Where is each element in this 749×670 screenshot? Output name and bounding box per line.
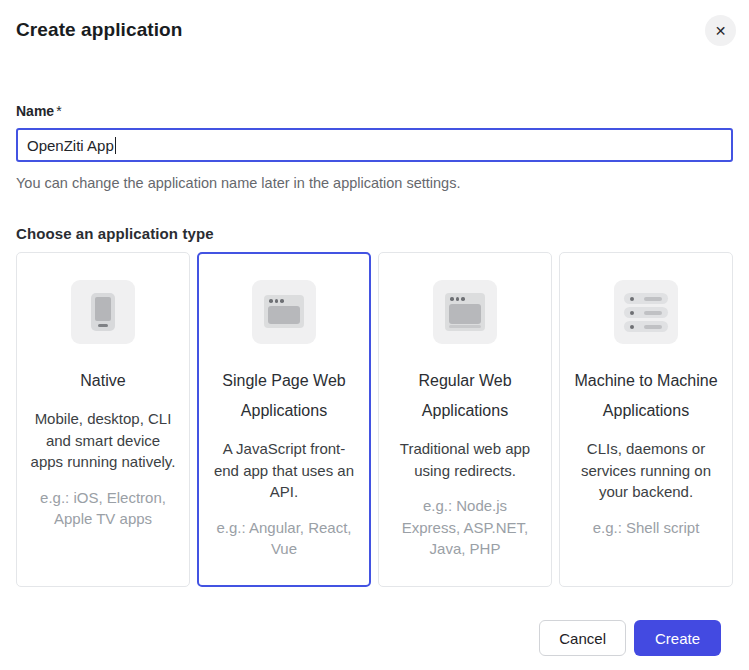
card-examples: e.g.: iOS, Electron, Apple TV apps (30, 487, 176, 530)
browser-window-icon (252, 280, 316, 344)
card-description: Mobile, desktop, CLI and smart device ap… (30, 408, 176, 473)
card-title: Regular Web Applications (392, 366, 538, 426)
card-examples: e.g.: Node.js Express, ASP.NET, Java, PH… (392, 495, 538, 560)
mobile-phone-icon (71, 280, 135, 344)
dialog-header: Create application ✕ (0, 0, 749, 46)
close-button[interactable]: ✕ (705, 15, 736, 46)
server-window-icon (433, 280, 497, 344)
card-examples: e.g.: Angular, React, Vue (211, 517, 357, 560)
dialog-content: Name* OpenZiti App You can change the ap… (0, 103, 749, 656)
dialog-footer: Cancel Create (16, 620, 733, 656)
card-regular-web[interactable]: Regular Web Applications Traditional web… (378, 252, 552, 587)
application-name-value: OpenZiti App (27, 137, 114, 154)
cancel-button[interactable]: Cancel (539, 620, 626, 656)
card-title: Native (30, 366, 176, 396)
text-caret (115, 137, 116, 154)
card-examples: e.g.: Shell script (573, 517, 719, 539)
name-field-label: Name* (16, 103, 733, 119)
server-stack-icon (614, 280, 678, 344)
card-description: Traditional web app using redirects. (392, 438, 538, 481)
application-type-heading: Choose an application type (16, 225, 733, 242)
application-name-input[interactable]: OpenZiti App (16, 128, 733, 162)
required-marker: * (56, 103, 61, 119)
close-icon: ✕ (715, 23, 727, 39)
card-description: CLIs, daemons or services running on you… (573, 438, 719, 503)
create-application-dialog: Create application ✕ Name* OpenZiti App … (0, 0, 749, 670)
card-description: A JavaScript front-end app that uses an … (211, 438, 357, 503)
card-machine-to-machine[interactable]: Machine to Machine Applications CLIs, da… (559, 252, 733, 587)
card-title: Single Page Web Applications (211, 366, 357, 426)
card-native[interactable]: Native Mobile, desktop, CLI and smart de… (16, 252, 190, 587)
card-single-page-web[interactable]: Single Page Web Applications A JavaScrip… (197, 252, 371, 587)
create-button[interactable]: Create (634, 620, 721, 656)
dialog-title: Create application (16, 19, 733, 41)
card-title: Machine to Machine Applications (573, 366, 719, 426)
name-helper-text: You can change the application name late… (16, 175, 733, 191)
application-type-cards: Native Mobile, desktop, CLI and smart de… (16, 252, 733, 587)
